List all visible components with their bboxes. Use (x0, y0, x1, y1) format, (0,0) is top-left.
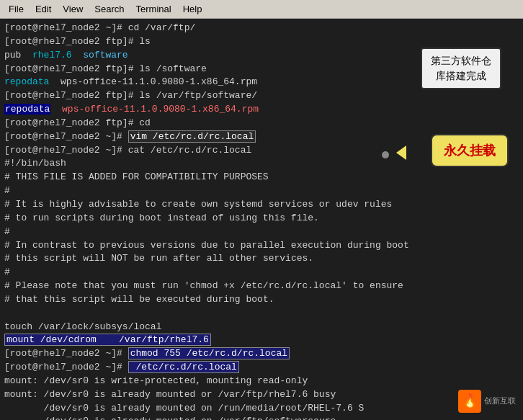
menu-file[interactable]: File (3, 2, 30, 16)
menu-edit[interactable]: Edit (30, 2, 57, 16)
terminal-line: # It is highly advisable to create own s… (4, 198, 519, 212)
terminal-line: repodata wps-office-11.1.0.9080-1.x86_64… (4, 103, 519, 117)
terminal-line: # this script will NOT be run after all … (4, 252, 519, 266)
terminal-line: /dev/sr0 is already mounted on /run/medi… (4, 402, 519, 416)
terminal-line: # Please note that you must run 'chmod +… (4, 280, 519, 293)
menu-search[interactable]: Search (89, 2, 130, 16)
callout-line1: 第三方软件仓 (431, 53, 491, 68)
terminal-line: [root@rhel7_node2 ftp]# ls /var/ftp/soft… (4, 89, 519, 103)
callout-dot (382, 151, 389, 158)
callout-permanent-mount: 永久挂载 (431, 134, 509, 167)
terminal-line: # that this script will be executed duri… (4, 293, 519, 307)
callout-line2: 库搭建完成 (431, 68, 491, 84)
callout-arrow (396, 146, 406, 160)
menu-terminal[interactable]: Terminal (130, 2, 177, 16)
terminal-line: # (4, 184, 519, 198)
terminal-line: mount /dev/cdrom /var/ftp/rhel7.6 (4, 334, 519, 347)
terminal-line: [root@rhel7_node2 ~]# cd /var/ftp/ (4, 22, 519, 35)
terminal-line: # In contrast to previous versions due t… (4, 239, 519, 253)
word-services: services (263, 253, 308, 264)
watermark-logo: 🔥 (458, 390, 481, 413)
terminal-line: touch /var/lock/subsys/local (4, 321, 519, 334)
terminal-line (4, 307, 519, 321)
terminal-line: # to run scripts during boot instead of … (4, 212, 519, 225)
callout-software-repo: 第三方软件仓 库搭建完成 (421, 48, 501, 89)
terminal-line: # (4, 266, 519, 280)
watermark-label: 创新互联 (484, 396, 516, 407)
terminal-line: /dev/sr0 is already mounted on /var/ftp/… (4, 415, 519, 420)
terminal-line: mount: /dev/sr0 is write-protected, moun… (4, 375, 519, 388)
menu-help[interactable]: Help (177, 2, 208, 16)
terminal-line: [root@rhel7_node2 ftp]# ls (4, 35, 519, 49)
menu-bar: File Edit View Search Terminal Help (0, 0, 523, 19)
word-softwareoure: softwareoure (269, 416, 336, 420)
terminal-line: [root@rhel7_node2 ~]# /etc/rc.d/rc.local (4, 361, 519, 375)
callout-label: 永久挂载 (444, 143, 496, 158)
terminal-line: [root@rhel7_node2 ftp]# cd (4, 117, 519, 130)
word-that: that (16, 294, 38, 305)
terminal-line: [root@rhel7_node2 ~]# chmod 755 /etc/rc.… (4, 347, 519, 361)
terminal-line: # THIS FILE IS ADDED FOR COMPATIBILITY P… (4, 171, 519, 184)
terminal-line: mount: /dev/sr0 is already mounted or /v… (4, 388, 519, 402)
watermark: 🔥 创新互联 (458, 390, 516, 413)
menu-view[interactable]: View (57, 2, 89, 16)
terminal-line: # (4, 225, 519, 239)
word-other: other (229, 253, 257, 264)
terminal-area[interactable]: [root@rhel7_node2 ~]# cd /var/ftp/ [root… (0, 19, 523, 420)
